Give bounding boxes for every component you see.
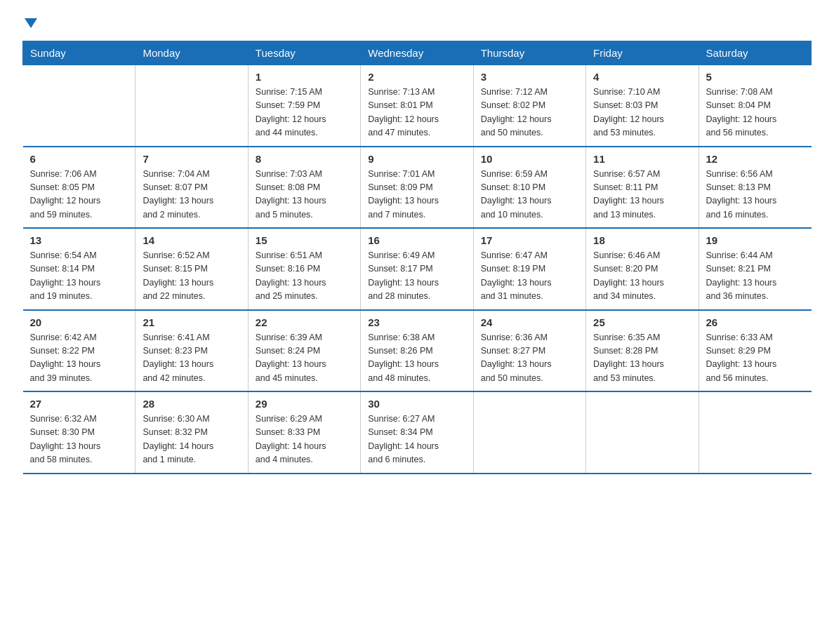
calendar-day-cell: 27Sunrise: 6:32 AMSunset: 8:30 PMDayligh… [23,391,135,474]
day-info: Sunrise: 6:29 AMSunset: 8:33 PMDaylight:… [256,412,353,467]
calendar-day-cell: 22Sunrise: 6:39 AMSunset: 8:24 PMDayligh… [248,310,360,392]
calendar-week-row: 13Sunrise: 6:54 AMSunset: 8:14 PMDayligh… [23,228,812,310]
day-info: Sunrise: 6:47 AMSunset: 8:19 PMDaylight:… [481,249,578,304]
day-info: Sunrise: 6:57 AMSunset: 8:11 PMDaylight:… [593,168,691,222]
day-number: 24 [481,316,578,328]
day-info: Sunrise: 6:39 AMSunset: 8:24 PMDaylight:… [256,331,353,386]
calendar-day-cell: 19Sunrise: 6:44 AMSunset: 8:21 PMDayligh… [699,228,811,310]
calendar-day-cell [23,65,135,147]
day-number: 7 [143,153,240,165]
day-info: Sunrise: 7:04 AMSunset: 8:07 PMDaylight:… [143,168,240,222]
calendar-day-cell: 4Sunrise: 7:10 AMSunset: 8:03 PMDaylight… [586,65,699,147]
calendar-day-cell: 20Sunrise: 6:42 AMSunset: 8:22 PMDayligh… [23,310,135,392]
day-number: 6 [30,153,128,165]
calendar-day-cell: 11Sunrise: 6:57 AMSunset: 8:11 PMDayligh… [586,147,699,229]
calendar-day-cell: 21Sunrise: 6:41 AMSunset: 8:23 PMDayligh… [135,310,248,392]
calendar-body: 1Sunrise: 7:15 AMSunset: 7:59 PMDaylight… [23,65,812,474]
calendar-day-cell: 9Sunrise: 7:01 AMSunset: 8:09 PMDaylight… [361,147,473,229]
calendar-day-cell: 8Sunrise: 7:03 AMSunset: 8:08 PMDaylight… [248,147,360,229]
calendar-day-cell: 25Sunrise: 6:35 AMSunset: 8:28 PMDayligh… [586,310,699,392]
day-info: Sunrise: 6:42 AMSunset: 8:22 PMDaylight:… [30,331,128,386]
day-number: 20 [30,316,128,328]
day-info: Sunrise: 6:44 AMSunset: 8:21 PMDaylight:… [706,249,805,304]
day-number: 25 [593,316,691,328]
day-info: Sunrise: 7:10 AMSunset: 8:03 PMDaylight:… [593,86,691,140]
page-header [22,17,812,27]
weekday-header: Saturday [699,41,811,65]
weekday-header: Monday [135,41,248,65]
day-number: 27 [30,398,128,410]
day-info: Sunrise: 7:03 AMSunset: 8:08 PMDaylight:… [256,168,353,222]
calendar-day-cell: 6Sunrise: 7:06 AMSunset: 8:05 PMDaylight… [23,147,135,229]
day-number: 14 [143,234,240,246]
calendar-day-cell: 26Sunrise: 6:33 AMSunset: 8:29 PMDayligh… [699,310,811,392]
day-info: Sunrise: 7:01 AMSunset: 8:09 PMDaylight:… [368,168,465,222]
calendar-day-cell: 28Sunrise: 6:30 AMSunset: 8:32 PMDayligh… [135,391,248,474]
weekday-header: Wednesday [361,41,473,65]
day-info: Sunrise: 6:36 AMSunset: 8:27 PMDaylight:… [481,331,578,386]
day-number: 9 [368,153,465,165]
day-number: 12 [706,153,805,165]
day-number: 26 [706,316,805,328]
calendar-day-cell: 30Sunrise: 6:27 AMSunset: 8:34 PMDayligh… [361,391,473,474]
calendar-day-cell [473,391,585,474]
calendar-day-cell: 5Sunrise: 7:08 AMSunset: 8:04 PMDaylight… [699,65,811,147]
day-number: 16 [368,234,465,246]
day-number: 19 [706,234,805,246]
day-info: Sunrise: 6:46 AMSunset: 8:20 PMDaylight:… [593,249,691,304]
calendar-day-cell: 1Sunrise: 7:15 AMSunset: 7:59 PMDaylight… [248,65,360,147]
calendar-day-cell: 12Sunrise: 6:56 AMSunset: 8:13 PMDayligh… [699,147,811,229]
calendar-day-cell: 23Sunrise: 6:38 AMSunset: 8:26 PMDayligh… [361,310,473,392]
calendar-day-cell: 7Sunrise: 7:04 AMSunset: 8:07 PMDaylight… [135,147,248,229]
day-info: Sunrise: 6:30 AMSunset: 8:32 PMDaylight:… [143,412,240,467]
day-info: Sunrise: 7:15 AMSunset: 7:59 PMDaylight:… [256,86,353,140]
day-number: 5 [706,71,805,83]
day-info: Sunrise: 6:35 AMSunset: 8:28 PMDaylight:… [593,331,691,386]
day-info: Sunrise: 7:13 AMSunset: 8:01 PMDaylight:… [368,86,465,140]
day-info: Sunrise: 6:59 AMSunset: 8:10 PMDaylight:… [481,168,578,222]
logo-triangle-icon [25,18,37,28]
day-info: Sunrise: 6:27 AMSunset: 8:34 PMDaylight:… [368,412,465,467]
calendar-day-cell: 2Sunrise: 7:13 AMSunset: 8:01 PMDaylight… [361,65,473,147]
day-number: 30 [368,398,465,410]
day-info: Sunrise: 7:06 AMSunset: 8:05 PMDaylight:… [30,168,128,222]
day-info: Sunrise: 6:51 AMSunset: 8:16 PMDaylight:… [256,249,353,304]
calendar-day-cell [586,391,699,474]
calendar-day-cell: 10Sunrise: 6:59 AMSunset: 8:10 PMDayligh… [473,147,585,229]
calendar-week-row: 27Sunrise: 6:32 AMSunset: 8:30 PMDayligh… [23,391,812,474]
weekday-header: Friday [586,41,699,65]
day-number: 18 [593,234,691,246]
day-info: Sunrise: 6:56 AMSunset: 8:13 PMDaylight:… [706,168,805,222]
calendar-header: SundayMondayTuesdayWednesdayThursdayFrid… [23,41,812,65]
day-number: 10 [481,153,578,165]
calendar-day-cell: 16Sunrise: 6:49 AMSunset: 8:17 PMDayligh… [361,228,473,310]
day-info: Sunrise: 7:12 AMSunset: 8:02 PMDaylight:… [481,86,578,140]
day-info: Sunrise: 6:54 AMSunset: 8:14 PMDaylight:… [30,249,128,304]
day-number: 28 [143,398,240,410]
calendar-day-cell [135,65,248,147]
day-number: 3 [481,71,578,83]
calendar-day-cell: 15Sunrise: 6:51 AMSunset: 8:16 PMDayligh… [248,228,360,310]
calendar-day-cell: 3Sunrise: 7:12 AMSunset: 8:02 PMDaylight… [473,65,585,147]
day-number: 29 [256,398,353,410]
day-number: 17 [481,234,578,246]
day-number: 4 [593,71,691,83]
calendar-day-cell: 17Sunrise: 6:47 AMSunset: 8:19 PMDayligh… [473,228,585,310]
calendar-week-row: 1Sunrise: 7:15 AMSunset: 7:59 PMDaylight… [23,65,812,147]
day-info: Sunrise: 6:33 AMSunset: 8:29 PMDaylight:… [706,331,805,386]
day-info: Sunrise: 6:52 AMSunset: 8:15 PMDaylight:… [143,249,240,304]
calendar-day-cell: 29Sunrise: 6:29 AMSunset: 8:33 PMDayligh… [248,391,360,474]
weekday-header: Tuesday [248,41,360,65]
calendar-day-cell: 14Sunrise: 6:52 AMSunset: 8:15 PMDayligh… [135,228,248,310]
day-number: 2 [368,71,465,83]
day-number: 23 [368,316,465,328]
day-number: 15 [256,234,353,246]
calendar-day-cell [699,391,811,474]
weekday-header-row: SundayMondayTuesdayWednesdayThursdayFrid… [23,41,812,65]
day-number: 13 [30,234,128,246]
day-number: 11 [593,153,691,165]
calendar-week-row: 20Sunrise: 6:42 AMSunset: 8:22 PMDayligh… [23,310,812,392]
weekday-header: Sunday [23,41,135,65]
calendar-day-cell: 24Sunrise: 6:36 AMSunset: 8:27 PMDayligh… [473,310,585,392]
day-number: 22 [256,316,353,328]
